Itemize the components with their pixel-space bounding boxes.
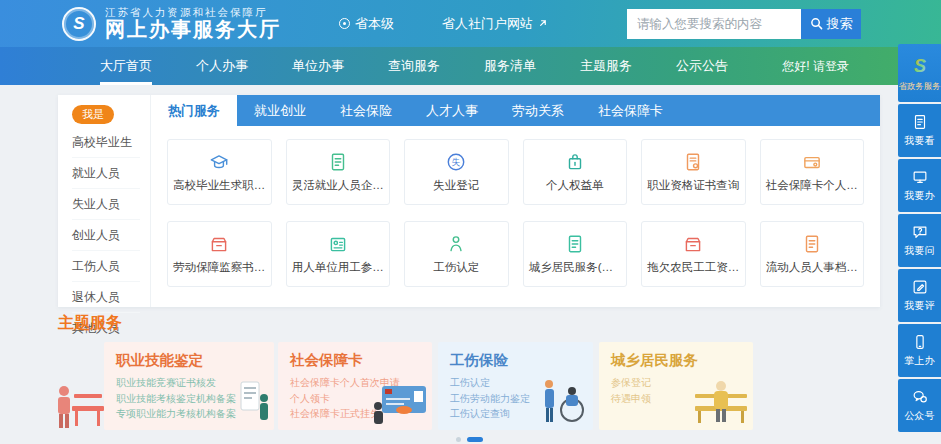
service-card[interactable]: 个人权益单 (523, 139, 628, 205)
search-icon (810, 17, 823, 30)
theme-card-title: 职业技能鉴定 (116, 351, 262, 370)
main-nav: 大厅首页 个人办事 单位办事 查询服务 服务清单 主题服务 公示公告 您好! 请… (0, 47, 941, 85)
rail-label: 我要评 (905, 299, 935, 313)
theme-card-work-injury[interactable]: 工伤保险 工伤认定 工伤劳动能力鉴定 工伤认定查询 (438, 342, 593, 430)
document-icon (327, 151, 349, 173)
service-card[interactable]: 流动人员人事档案... (760, 221, 865, 287)
rail-label: 我要办 (905, 189, 935, 203)
smartphone-icon (911, 333, 929, 351)
nav-item-announcements[interactable]: 公示公告 (676, 47, 728, 85)
region-selector[interactable]: 省本级 (339, 15, 394, 33)
services-content: 热门服务 就业创业 社会保险 人才人事 劳动关系 社会保障卡 高校毕业生求职登记… (151, 95, 880, 307)
carousel-dot-active[interactable] (467, 437, 483, 442)
svg-text:失: 失 (452, 157, 461, 167)
elderly-bench-illustration (693, 378, 749, 428)
nav-item-theme-services[interactable]: 主题服务 (580, 47, 632, 85)
site-titles: 江苏省人力资源和社会保障厅 网上办事服务大厅 (105, 6, 281, 41)
wechat-icon (911, 388, 929, 406)
top-header: S 江苏省人力资源和社会保障厅 网上办事服务大厅 省本级 省人社门户网站 搜索 (0, 0, 941, 47)
service-card[interactable]: 劳动保障监察书面... (167, 221, 272, 287)
certificate-icon (682, 151, 704, 173)
service-card[interactable]: 工伤认定 (404, 221, 509, 287)
service-card[interactable]: 灵活就业人员企业... (286, 139, 391, 205)
search-input[interactable] (627, 9, 801, 39)
rail-i-want-to-ask[interactable]: 我要问 (898, 214, 941, 267)
wage-box-icon (682, 233, 704, 255)
hrss-emblem-logo: S (62, 7, 96, 41)
rail-label: 省政务服务 (898, 81, 941, 93)
service-label: 流动人员人事档案... (762, 260, 862, 275)
nav-item-home[interactable]: 大厅首页 (100, 47, 152, 85)
sidebar-item-entrepreneur[interactable]: 创业人员 (72, 220, 140, 251)
rail-mobile-service[interactable]: 掌上办 (898, 324, 941, 377)
rights-bag-icon (564, 151, 586, 173)
theme-card-social-card[interactable]: 社会保障卡 社会保障卡个人首次申请 个人领卡 社会保障卡正式挂失 (278, 342, 432, 430)
gov-services-logo: S (908, 54, 932, 78)
portal-link-label: 省人社门户网站 (442, 15, 533, 33)
service-card[interactable]: 高校毕业生求职登记 (167, 139, 272, 205)
service-label: 拖欠农民工工资线... (643, 260, 743, 275)
identity-sidebar: 我是 高校毕业生 就业人员 失业人员 创业人员 工伤人员 退休人员 其他人员 (58, 95, 151, 307)
sidebar-item-unemployed[interactable]: 失业人员 (72, 189, 140, 220)
org-name: 江苏省人力资源和社会保障厅 (105, 6, 281, 18)
tab-talent[interactable]: 人才人事 (409, 95, 495, 126)
nav-item-query[interactable]: 查询服务 (388, 47, 440, 85)
question-bubble-icon (911, 223, 929, 241)
service-card[interactable]: 职业资格证书查询 (641, 139, 746, 205)
rail-i-want-to-review[interactable]: 我要评 (898, 269, 941, 322)
service-label: 城乡居民服务(徐... (525, 260, 625, 275)
rail-i-want-to-do[interactable]: 我要办 (898, 159, 941, 212)
service-card[interactable]: 拖欠农民工工资线... (641, 221, 746, 287)
tab-employment[interactable]: 就业创业 (237, 95, 323, 126)
service-card[interactable]: 失 失业登记 (404, 139, 509, 205)
theme-services-heading: 主题服务 (58, 313, 880, 334)
unemployment-badge-icon: 失 (445, 151, 467, 173)
portal-site-link[interactable]: 省人社门户网站 (442, 15, 548, 33)
rail-label: 我要看 (905, 134, 935, 148)
carousel-dot[interactable] (456, 437, 461, 442)
theme-card-title: 社会保障卡 (290, 351, 420, 370)
theme-card-resident-services[interactable]: 城乡居民服务 参保登记 待遇申领 (599, 342, 753, 430)
carousel-pagination (58, 437, 880, 442)
wheelchair-illustration (537, 376, 589, 428)
login-link[interactable]: 您好! 请登录 (782, 47, 849, 85)
page-title: 网上办事服务大厅 (105, 18, 281, 41)
service-card[interactable]: 社会保障卡个人首... (760, 139, 865, 205)
sidebar-item-retired[interactable]: 退休人员 (72, 282, 140, 313)
svg-text:S: S (913, 56, 925, 76)
graduation-cap-icon (208, 151, 230, 173)
service-label: 社会保障卡个人首... (762, 178, 862, 193)
sidebar-item-graduate[interactable]: 高校毕业生 (72, 127, 140, 158)
rail-gov-services[interactable]: S 省政务服务 (898, 44, 941, 102)
region-label: 省本级 (355, 15, 394, 33)
sidebar-item-employed[interactable]: 就业人员 (72, 158, 140, 189)
bench-person-illustration (58, 342, 104, 430)
rail-wechat-official[interactable]: 公众号 (898, 379, 941, 432)
injury-person-icon (445, 233, 467, 255)
tab-hot-services[interactable]: 热门服务 (151, 95, 237, 126)
external-link-icon (537, 18, 548, 29)
service-card[interactable]: 城乡居民服务(徐... (523, 221, 628, 287)
service-card[interactable]: 用人单位用工参保... (286, 221, 391, 287)
search-button-label: 搜索 (827, 15, 853, 33)
resident-doc-icon (564, 233, 586, 255)
service-label: 劳动保障监察书面... (169, 260, 269, 275)
tab-labor-relations[interactable]: 劳动关系 (495, 95, 581, 126)
search-button[interactable]: 搜索 (801, 9, 861, 39)
location-icon (339, 18, 350, 29)
service-label: 失业登记 (429, 178, 483, 193)
tab-social-card[interactable]: 社会保障卡 (581, 95, 680, 126)
theme-card-title: 城乡居民服务 (611, 351, 741, 370)
service-label: 用人单位用工参保... (288, 260, 388, 275)
service-grid: 高校毕业生求职登记 灵活就业人员企业... 失 失业登记 个人权益单 (151, 126, 880, 307)
tab-social-insurance[interactable]: 社会保险 (323, 95, 409, 126)
service-label: 职业资格证书查询 (643, 178, 743, 193)
service-tabs: 热门服务 就业创业 社会保险 人才人事 劳动关系 社会保障卡 (151, 95, 880, 126)
sidebar-item-injured[interactable]: 工伤人员 (72, 251, 140, 282)
nav-item-service-list[interactable]: 服务清单 (484, 47, 536, 85)
theme-card-skill-appraisal[interactable]: 职业技能鉴定 职业技能竞赛证书核发 职业技能考核鉴定机构备案 专项职业能力考核机… (104, 342, 274, 430)
theme-services-section: 主题服务 职业技能鉴定 职业技能竞赛证书核发 职业技能考核鉴定机构备案 专项职业… (58, 313, 880, 442)
rail-i-want-to-read[interactable]: 我要看 (898, 104, 941, 157)
nav-item-unit[interactable]: 单位办事 (292, 47, 344, 85)
nav-item-personal[interactable]: 个人办事 (196, 47, 248, 85)
